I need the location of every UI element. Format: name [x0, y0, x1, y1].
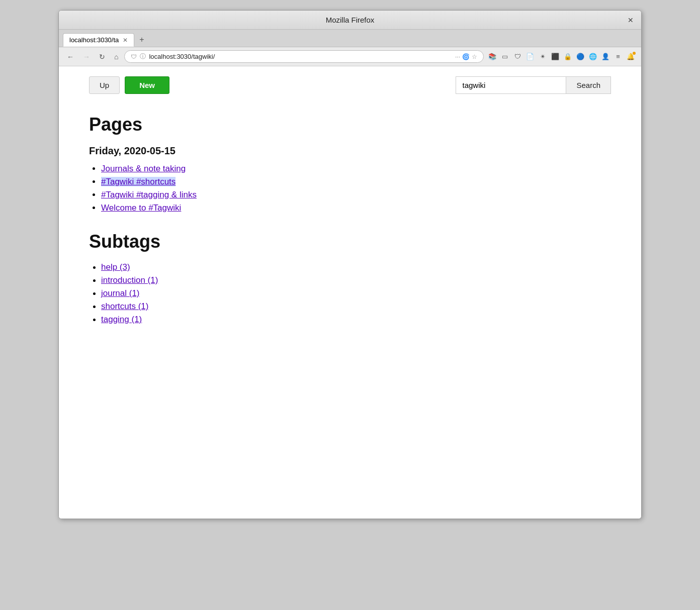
translate-icon[interactable]: 🌐 — [587, 51, 598, 62]
new-tab-button[interactable]: + — [135, 33, 148, 47]
address-actions: ··· 🌀 ☆ — [455, 53, 477, 60]
subtag-link-2[interactable]: introduction (1) — [101, 275, 158, 285]
list-item: help (3) — [101, 262, 611, 272]
url-display: localhost:3030/tagwiki/ — [149, 53, 452, 60]
search-wrap: Search — [456, 76, 611, 94]
up-button[interactable]: Up — [89, 76, 120, 94]
tab-bar: localhost:3030/ta ✕ + — [59, 30, 641, 47]
menu-icon[interactable]: ≡ — [612, 51, 624, 62]
address-input-wrap[interactable]: 🛡 ⓘ localhost:3030/tagwiki/ ··· 🌀 ☆ — [124, 50, 484, 63]
back-button[interactable]: ← — [64, 52, 77, 62]
page-link-2[interactable]: #Tagwiki #shortcuts — [101, 177, 176, 186]
block-icon[interactable]: ⬛ — [550, 51, 561, 62]
home-button[interactable]: ⌂ — [111, 52, 121, 62]
list-item: tagging (1) — [101, 315, 611, 325]
date-heading: Friday, 2020-05-15 — [89, 145, 611, 157]
info-icon: ⓘ — [140, 52, 146, 61]
pages-list: Journals & note taking #Tagwiki #shortcu… — [89, 164, 611, 213]
list-item: #Tagwiki #shortcuts — [101, 177, 611, 187]
active-tab[interactable]: localhost:3030/ta ✕ — [63, 33, 134, 47]
subtag-link-5[interactable]: tagging (1) — [101, 315, 142, 324]
address-bar: ← → ↻ ⌂ 🛡 ⓘ localhost:3030/tagwiki/ ··· … — [59, 47, 641, 66]
info2-icon[interactable]: 🔵 — [575, 51, 586, 62]
bookmark-icon[interactable]: ☆ — [472, 53, 477, 60]
pdf-icon[interactable]: 📄 — [524, 51, 536, 62]
list-item: #Tagwiki #tagging & links — [101, 190, 611, 200]
subtags-heading: Subtags — [89, 231, 611, 252]
security-icon: 🛡 — [131, 53, 137, 60]
browser-title: Mozilla Firefox — [326, 16, 375, 24]
reload-button[interactable]: ↻ — [96, 52, 108, 62]
page-link-4[interactable]: Welcome to #Tagwiki — [101, 203, 181, 213]
screenshot-icon[interactable]: ▭ — [499, 51, 510, 62]
new-button[interactable]: New — [125, 76, 169, 94]
subtag-link-1[interactable]: help (3) — [101, 262, 130, 272]
list-item: shortcuts (1) — [101, 301, 611, 312]
list-item: Welcome to #Tagwiki — [101, 203, 611, 213]
search-button[interactable]: Search — [566, 76, 611, 94]
pocket-icon[interactable]: 🌀 — [462, 53, 470, 60]
multi-icon[interactable]: ✴ — [537, 51, 548, 62]
more-icon[interactable]: ··· — [455, 53, 460, 60]
subtag-link-4[interactable]: shortcuts (1) — [101, 301, 148, 311]
browser-toolbar-icons: 📚 ▭ 🛡 📄 ✴ ⬛ 🔒 🔵 🌐 👤 ≡ 🔔 — [487, 51, 636, 62]
notification-icon[interactable]: 🔔 — [625, 51, 636, 62]
page-link-3[interactable]: #Tagwiki #tagging & links — [101, 190, 197, 199]
privacy-icon[interactable]: 🔒 — [562, 51, 573, 62]
list-item: introduction (1) — [101, 275, 611, 285]
close-icon[interactable]: ✕ — [626, 16, 635, 25]
forward-button[interactable]: → — [80, 52, 93, 62]
search-input[interactable] — [456, 76, 566, 94]
tab-label: localhost:3030/ta — [69, 36, 119, 44]
account-icon[interactable]: 👤 — [600, 51, 611, 62]
list-item: Journals & note taking — [101, 164, 611, 174]
shield-icon[interactable]: 🛡 — [512, 51, 523, 62]
app-toolbar: Up New Search — [89, 76, 611, 100]
pages-heading: Pages — [89, 114, 611, 135]
browser-window: Mozilla Firefox ✕ localhost:3030/ta ✕ + … — [58, 10, 642, 519]
library-icon[interactable]: 📚 — [487, 51, 498, 62]
subtags-list: help (3) introduction (1) journal (1) sh… — [89, 262, 611, 325]
page-link-1[interactable]: Journals & note taking — [101, 164, 186, 173]
title-bar: Mozilla Firefox ✕ — [59, 11, 641, 30]
list-item: journal (1) — [101, 288, 611, 298]
page-content: Up New Search Pages Friday, 2020-05-15 J… — [59, 66, 641, 519]
tab-close-icon[interactable]: ✕ — [123, 37, 128, 44]
subtag-link-3[interactable]: journal (1) — [101, 288, 140, 298]
